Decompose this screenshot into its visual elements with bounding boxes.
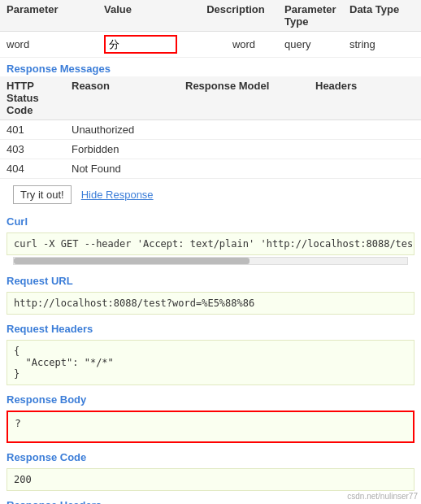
response-body-block: ? [0,407,421,446]
curl-scrollbar[interactable] [13,257,408,265]
header-param-type: Parameter Type [284,3,349,28]
scrollbar-thumb [14,258,250,264]
try-it-out-button[interactable]: Try it out! [13,185,72,204]
hide-response-link[interactable]: Hide Response [81,189,154,201]
header-value: Value [104,3,187,28]
request-url-title: Request URL [0,270,421,289]
resp-header-headers: Headers [315,80,414,116]
reason-403: Forbidden [72,143,185,155]
header-parameter: Parameter [7,3,104,28]
param-value-input[interactable] [104,35,177,54]
resp-header-model: Response Model [185,80,315,116]
response-code-block: 200 [0,465,421,494]
response-body-value: ? [7,411,414,443]
param-name: word [7,38,104,50]
param-type: query [284,38,349,50]
request-headers-title: Request Headers [0,318,421,337]
request-headers-block: { "Accept": "*/*" } [0,337,421,389]
status-404: 404 [7,163,72,175]
status-401: 401 [7,124,72,136]
resp-header-reason: Reason [72,80,185,116]
request-url-block: http://localhost:8088/test?word=%E5%88%8… [0,289,421,318]
param-row: word word query string [0,32,421,58]
param-data-type: string [349,38,414,50]
watermark: csdn.net/nulinser77 [347,492,418,501]
resp-row-403: 403 Forbidden [0,140,421,159]
action-buttons-row: Try it out!Hide Response [0,179,421,211]
response-messages-title: Response Messages [0,58,421,76]
curl-value: curl -X GET --header 'Accept: text/plain… [7,232,414,255]
param-description: word [187,38,284,50]
curl-section: curl -X GET --header 'Accept: text/plain… [0,229,421,270]
headers-401 [315,124,414,136]
headers-404 [315,163,414,175]
model-403 [185,143,315,155]
request-url-value: http://localhost:8088/test?word=%E5%88%8… [7,292,414,315]
response-body-title: Response Body [0,389,421,407]
response-code-title: Response Code [0,446,421,465]
reason-401: Unauthorized [72,124,185,136]
headers-403 [315,143,414,155]
resp-row-401: 401 Unauthorized [0,120,421,140]
request-headers-value: { "Accept": "*/*" } [7,340,414,385]
curl-title: Curl [0,211,421,229]
header-description: Description [187,3,284,28]
resp-row-404: 404 Not Found [0,159,421,179]
status-403: 403 [7,143,72,155]
response-table-header: HTTPStatusCode Reason Response Model Hea… [0,76,421,120]
param-table-header: Parameter Value Description Parameter Ty… [0,0,421,32]
response-code-value: 200 [7,468,414,491]
model-404 [185,163,315,175]
model-401 [185,124,315,136]
header-data-type: Data Type [349,3,414,28]
reason-404: Not Found [72,163,185,175]
resp-header-code: HTTPStatusCode [7,80,72,116]
